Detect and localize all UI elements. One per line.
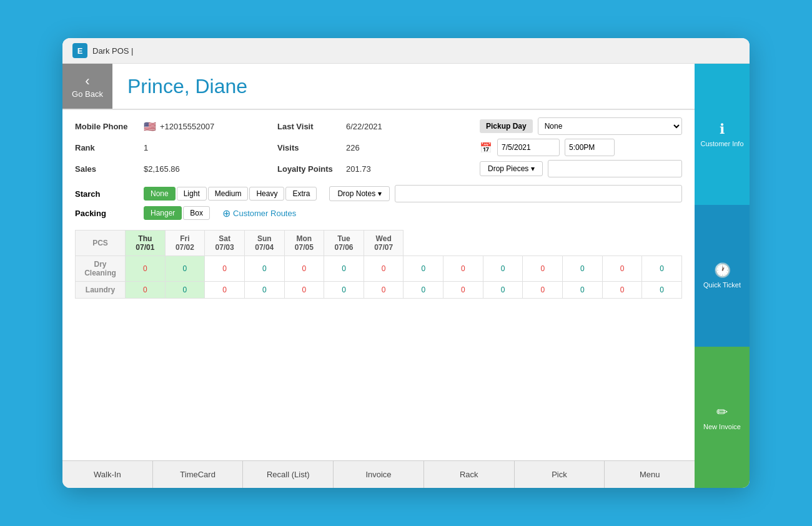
nav-walk-in[interactable]: Walk-In (62, 461, 153, 488)
drop-pieces-input[interactable] (548, 160, 682, 177)
schedule-cell-0-1-green: 0 (244, 256, 284, 282)
nav-recall-list[interactable]: Recall (List) (243, 461, 334, 488)
calendar-icon[interactable]: 📅 (480, 142, 492, 154)
sales-value: $2,165.86 (144, 164, 180, 174)
schedule-cell-0-4-red: 0 (443, 256, 483, 282)
customer-routes-row: ⊕ Customer Routes (222, 207, 682, 219)
schedule-cell-1-6-red: 0 (602, 282, 642, 299)
drop-pieces-button[interactable]: Drop Pieces ▾ (480, 161, 543, 176)
col-fri-header: Fri07/02 (165, 231, 205, 256)
col-thu-header: Thu07/01 (126, 231, 166, 256)
info-row-1: Mobile Phone 🇺🇸 +12015552007 Last Visit … (75, 117, 682, 135)
new-invoice-button[interactable]: ✏ New Invoice (695, 347, 750, 488)
starch-extra-btn[interactable]: Extra (285, 187, 317, 201)
customer-info-button[interactable]: ℹ Customer Info (695, 64, 750, 205)
sales-col: Sales $2,165.86 (75, 164, 277, 174)
starch-label: Starch (75, 189, 144, 199)
packing-box-btn[interactable]: Box (183, 206, 210, 220)
customer-routes-plus-icon: ⊕ (222, 207, 230, 219)
schedule-cell-1-1-green: 0 (244, 282, 284, 299)
schedule-cell-1-5-red: 0 (523, 282, 563, 299)
schedule-cell-1-1-red: 0 (205, 282, 245, 299)
app-title: Dark POS | (92, 46, 134, 56)
pickup-day-label: Pickup Day (480, 119, 533, 133)
col-sun-header: Sun07/04 (244, 231, 284, 256)
col-mon-header: Mon07/05 (284, 231, 324, 256)
info-section: Mobile Phone 🇺🇸 +12015552007 Last Visit … (62, 110, 695, 182)
schedule-cell-1-2-green: 0 (324, 282, 364, 299)
sidebar-buttons: ℹ Customer Info 🕐 Quick Ticket ✏ New Inv… (695, 64, 750, 488)
starch-heavy-btn[interactable]: Heavy (249, 187, 284, 201)
visits-col: Visits 226 (277, 143, 480, 152)
schedule-cell-0-5-green: 0 (563, 256, 603, 282)
schedule-cell-0-3-red: 0 (364, 256, 404, 282)
info-row-2: Rank 1 Visits 226 📅 (75, 139, 682, 156)
schedule-cell-1-0-green: 0 (165, 282, 205, 299)
pickup-day-row: Pickup Day None Monday Tuesday Wednesday… (480, 117, 682, 135)
schedule-cell-1-3-green: 0 (404, 282, 443, 299)
drop-notes-input[interactable] (395, 185, 682, 202)
drop-notes-chevron-icon: ▾ (378, 189, 382, 198)
schedule-cell-1-4-red: 0 (443, 282, 483, 299)
back-button[interactable]: ‹ Go Back (62, 64, 112, 109)
starch-none-btn[interactable]: None (144, 187, 176, 201)
back-button-label: Go Back (72, 89, 103, 99)
packing-row: Packing Hanger Box ⊕ Customer Routes (75, 206, 682, 220)
customer-info-icon: ℹ (720, 121, 725, 137)
schedule-cell-1-2-red: 0 (284, 282, 324, 299)
nav-invoice[interactable]: Invoice (334, 461, 424, 488)
loyalty-col: Loyalty Points 201.73 (277, 164, 480, 174)
customer-header: ‹ Go Back Prince, Diane (62, 64, 695, 110)
schedule-cell-1-0-red: 0 (126, 282, 166, 299)
pickup-day-select[interactable]: None Monday Tuesday Wednesday Thursday F… (538, 117, 682, 135)
customer-routes-link[interactable]: ⊕ Customer Routes (222, 207, 296, 219)
packing-label: Packing (75, 209, 144, 218)
main-window: E Dark POS | ‹ Go Back Prince, Diane (62, 38, 750, 488)
starch-btn-group: None Light Medium Heavy Extra (144, 187, 317, 201)
date-input[interactable] (497, 139, 560, 156)
schedule-cell-0-2-red: 0 (284, 256, 324, 282)
customer-info-label: Customer Info (700, 140, 743, 147)
schedule-cell-0-2-green: 0 (324, 256, 364, 282)
mobile-phone-col: Mobile Phone 🇺🇸 +12015552007 (75, 121, 277, 132)
schedule-cell-1-6-green: 0 (642, 282, 682, 299)
main-content: ‹ Go Back Prince, Diane Mobile Phone 🇺🇸 … (62, 64, 695, 488)
visits-value: 226 (346, 143, 360, 152)
starch-light-btn[interactable]: Light (177, 187, 207, 201)
schedule-section: PCS Thu07/01 Fri07/02 Sat07/03 (62, 225, 695, 460)
nav-timecard[interactable]: TimeCard (153, 461, 244, 488)
col-tue-header: Tue07/06 (324, 231, 364, 256)
time-input[interactable] (565, 139, 615, 156)
drop-pieces-chevron-icon: ▾ (531, 164, 535, 173)
loyalty-label: Loyalty Points (277, 164, 346, 174)
rank-label: Rank (75, 143, 144, 152)
packing-hanger-btn[interactable]: Hanger (144, 206, 182, 220)
last-visit-col: Last Visit 6/22/2021 (277, 122, 480, 131)
drop-notes-label: Drop Notes (337, 189, 375, 198)
schedule-cell-0-1-red: 0 (205, 256, 245, 282)
quick-ticket-button[interactable]: 🕐 Quick Ticket (695, 205, 750, 346)
starch-packing-section: Starch None Light Medium Heavy Extra Dro… (62, 182, 695, 225)
schedule-cell-0-6-green: 0 (642, 256, 682, 282)
mobile-phone-label: Mobile Phone (75, 122, 144, 131)
loyalty-value: 201.73 (346, 164, 371, 174)
nav-rack[interactable]: Rack (424, 461, 515, 488)
schedule-cell-0-4-green: 0 (483, 256, 523, 282)
nav-pick[interactable]: Pick (515, 461, 605, 488)
schedule-cell-0-3-green: 0 (404, 256, 443, 282)
col-wed-header: Wed07/07 (364, 231, 404, 256)
drop-pieces-row: Drop Pieces ▾ (480, 160, 682, 177)
last-visit-label: Last Visit (277, 122, 346, 131)
bottom-nav: Walk-In TimeCard Recall (List) Invoice R… (62, 460, 695, 488)
schedule-cell-0-5-red: 0 (523, 256, 563, 282)
visits-label: Visits (277, 143, 346, 152)
schedule-cell-0-6-red: 0 (602, 256, 642, 282)
schedule-cell-0-0-green: 0 (165, 256, 205, 282)
drop-notes-button[interactable]: Drop Notes ▾ (329, 186, 390, 201)
drop-notes-row: Drop Notes ▾ (329, 185, 682, 202)
col-sat-header: Sat07/03 (205, 231, 245, 256)
sales-label: Sales (75, 164, 144, 174)
nav-menu[interactable]: Menu (605, 461, 695, 488)
outer-background: E Dark POS | ‹ Go Back Prince, Diane (0, 0, 812, 526)
starch-medium-btn[interactable]: Medium (208, 187, 249, 201)
